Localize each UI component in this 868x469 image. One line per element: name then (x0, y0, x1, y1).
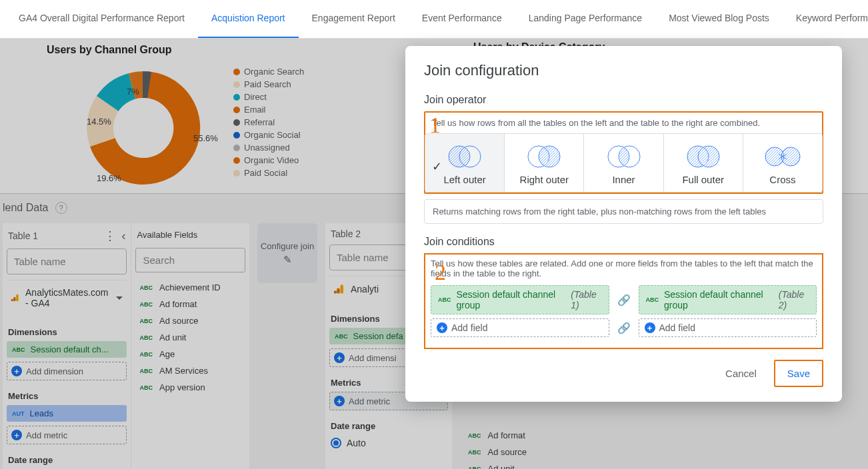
tab-event[interactable]: Event Performance (409, 0, 515, 39)
venn-right-outer-icon (524, 143, 564, 170)
join-conditions-box: 2 Tell us how these tables are related. … (424, 253, 823, 349)
report-tabs: GA4 Overall Digital Performance Report A… (0, 0, 868, 39)
venn-inner-icon (604, 143, 644, 170)
join-operator-box: 1 Tell us how rows from all the tables o… (424, 111, 823, 194)
operator-left-outer[interactable]: ✓ Left outer (425, 134, 505, 192)
condition-field-left[interactable]: ABC Session default channel group (Table… (431, 285, 609, 314)
tab-blog[interactable]: Most Viewed Blog Posts (655, 0, 783, 39)
cancel-button[interactable]: Cancel (717, 362, 765, 384)
svg-point-21 (698, 146, 719, 167)
annotation-2: 2 (435, 260, 446, 285)
add-field-left[interactable]: +Add field (431, 318, 609, 337)
tab-keyword[interactable]: Keyword Performance (783, 0, 868, 39)
tab-landing[interactable]: Landing Page Performance (515, 0, 655, 39)
conditions-description: Tell us how these tables are related. Ad… (431, 258, 817, 278)
operator-full-outer[interactable]: Full outer (664, 134, 743, 192)
operator-grid: ✓ Left outer Right outer Inn (425, 133, 823, 193)
check-icon: ✓ (432, 159, 442, 174)
operator-inner[interactable]: Inner (584, 134, 663, 192)
condition-field-right[interactable]: ABC Session default channel group (Table… (639, 285, 817, 314)
svg-point-23 (781, 147, 800, 166)
venn-cross-icon (763, 143, 803, 170)
operator-result-description: Returns matching rows from the right tab… (424, 199, 823, 224)
link-icon: 🔗 (617, 322, 631, 334)
operator-right-outer[interactable]: Right outer (505, 134, 584, 192)
join-operator-heading: Join operator (424, 94, 823, 106)
tab-engagement[interactable]: Engagement Report (299, 0, 409, 39)
link-icon: 🔗 (617, 294, 631, 306)
save-button[interactable]: Save (774, 360, 823, 387)
operator-cross[interactable]: Cross (743, 134, 822, 192)
svg-point-15 (539, 146, 560, 167)
modal-title: Join configuration (424, 62, 823, 79)
venn-left-outer-icon (445, 143, 485, 170)
join-config-modal: Join configuration Join operator 1 Tell … (405, 46, 842, 402)
join-conditions-heading: Join conditions (424, 236, 823, 248)
add-field-right[interactable]: +Add field (639, 318, 817, 337)
tab-ga4-overall[interactable]: GA4 Overall Digital Performance Report (5, 0, 198, 39)
venn-full-outer-icon (683, 143, 723, 170)
operator-description: Tell us how rows from all the tables on … (425, 118, 822, 128)
tab-acquisition[interactable]: Acquistion Report (198, 0, 299, 39)
